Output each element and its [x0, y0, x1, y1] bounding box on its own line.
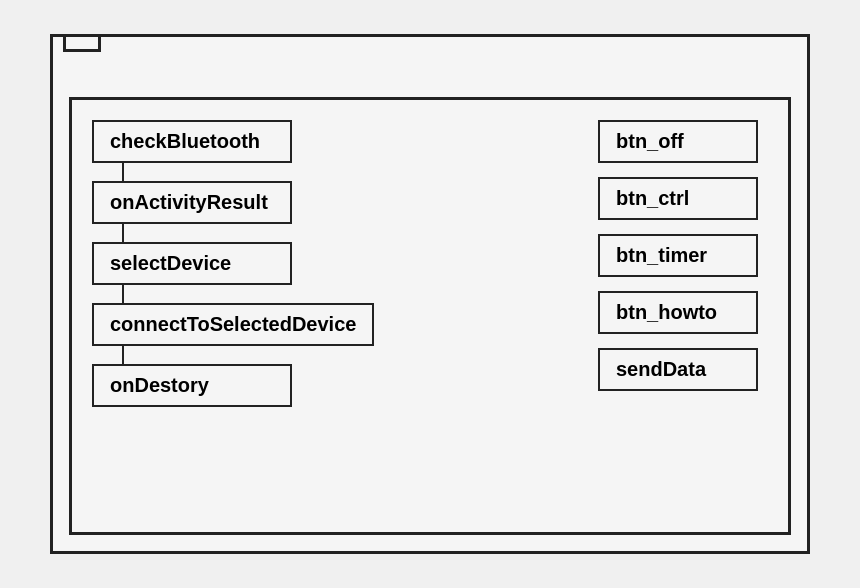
method-box-select-device: selectDevice: [92, 242, 292, 285]
btn-box-send-data: sendData: [598, 348, 758, 391]
method-box-on-activity-result: onActivityResult: [92, 181, 292, 224]
connector-line-select-device: [122, 285, 124, 303]
right-column: btn_offbtn_ctrlbtn_timerbtn_howtosendDat…: [598, 120, 758, 391]
connector-line-check-bluetooth: [122, 163, 124, 181]
diagram-title: [63, 34, 101, 52]
btn-box-btn-timer: btn_timer: [598, 234, 758, 277]
diagram-container: checkBluetoothonActivityResultselectDevi…: [50, 34, 810, 554]
method-box-on-destory: onDestory: [92, 364, 292, 407]
method-box-check-bluetooth: checkBluetooth: [92, 120, 292, 163]
btn-box-btn-off: btn_off: [598, 120, 758, 163]
connector-line-connect-to-selected-device: [122, 346, 124, 364]
left-column: checkBluetoothonActivityResultselectDevi…: [92, 120, 374, 407]
connector-line-on-activity-result: [122, 224, 124, 242]
btn-box-btn-ctrl: btn_ctrl: [598, 177, 758, 220]
inner-box: checkBluetoothonActivityResultselectDevi…: [69, 97, 791, 535]
btn-box-btn-howto: btn_howto: [598, 291, 758, 334]
method-box-connect-to-selected-device: connectToSelectedDevice: [92, 303, 374, 346]
